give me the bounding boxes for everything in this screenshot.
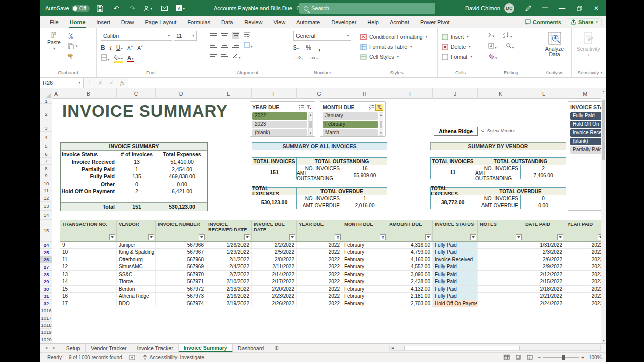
slicer-item--blank-[interactable]: (blank)	[252, 129, 307, 136]
insert-cells-button[interactable]: Insert▾	[442, 32, 479, 42]
filter-dropdown-button[interactable]	[109, 234, 115, 240]
page-layout-view-icon[interactable]	[515, 354, 522, 360]
filter-dropdown-button[interactable]	[557, 234, 564, 240]
align-bottom-icon[interactable]	[232, 32, 239, 39]
slicer-item-january[interactable]: January	[323, 112, 378, 120]
table-row[interactable]: 9Juniper5679661/26/20222/2/20222022Febru…	[60, 242, 601, 249]
filter-applied-button[interactable]	[380, 234, 386, 240]
analyze-data-button[interactable]: Analyze Data	[542, 31, 567, 58]
row-header-8[interactable]: 8	[40, 165, 52, 172]
currency-icon[interactable]: $▾	[293, 44, 299, 51]
column-header-A[interactable]: A	[52, 88, 60, 99]
save-icon[interactable]	[95, 3, 106, 13]
row-header-24[interactable]: 24	[40, 242, 52, 249]
row-header-29[interactable]: 29	[40, 278, 52, 285]
number-format-combo[interactable]: General▾	[293, 31, 351, 41]
zoom-in-icon[interactable]: +	[581, 355, 584, 360]
undo-icon[interactable]: ↶	[111, 3, 122, 13]
search-input[interactable]: Search	[299, 3, 435, 14]
horizontal-scrollbar[interactable]: ◄ ►	[389, 345, 601, 351]
percent-icon[interactable]: %	[306, 44, 311, 51]
column-header-H[interactable]: H	[342, 88, 387, 99]
macro-record-icon[interactable]	[129, 355, 135, 360]
sensitivity-dropdown-icon[interactable]: ▾	[143, 3, 154, 13]
row-header-3[interactable]: 3	[40, 124, 52, 132]
menu-tab-automate[interactable]: Automate	[291, 16, 326, 28]
slicer-item--blank-[interactable]: (blank)	[570, 138, 601, 145]
find-select-icon[interactable]: ▾	[506, 43, 514, 50]
row-header-1020[interactable]: 1020	[40, 336, 52, 343]
column-header-K[interactable]: K	[478, 88, 523, 99]
format-cells-button[interactable]: Format▾	[442, 52, 479, 62]
row-header-10[interactable]: 10	[40, 179, 52, 187]
table-row[interactable]: 12SitrusAMC5679692/4/20222/11/20222022Fe…	[60, 263, 601, 270]
autosum-icon[interactable]: Σ▾	[488, 32, 494, 39]
slicer-item-hold-off-on-p[interactable]: Hold Off On P	[570, 121, 601, 128]
row-header-13[interactable]: 13	[40, 202, 52, 211]
vertical-scrollbar[interactable]: ▲ ▼	[601, 88, 606, 343]
table-row[interactable]: 17BDO5679742/19/20222/26/20222022Februar…	[60, 300, 601, 307]
vendor-select-cell[interactable]: Athena Ridge	[434, 127, 478, 136]
bold-button[interactable]: B	[101, 44, 105, 51]
menu-tab-insert[interactable]: Insert	[91, 16, 116, 28]
menu-tab-home[interactable]: Home	[64, 16, 91, 28]
page-break-view-icon[interactable]	[526, 354, 533, 360]
vertical-scroll-thumb[interactable]	[602, 100, 605, 160]
conditional-formatting-button[interactable]: Conditional Formatting▾	[360, 32, 433, 42]
normal-view-icon[interactable]	[503, 354, 510, 360]
scroll-up-icon[interactable]: ▲	[601, 88, 606, 94]
slicer-scrollbar[interactable]: ▲▼	[308, 112, 313, 136]
decrease-font-icon[interactable]: A˅	[137, 45, 143, 51]
table-row[interactable]: 13SS&C5679702/7/20222/14/20222022Februar…	[60, 271, 601, 278]
comma-icon[interactable]: ,	[318, 44, 320, 52]
row-header-12[interactable]: 12	[40, 194, 52, 202]
row-header-9[interactable]: 9	[40, 172, 52, 179]
underline-button[interactable]: U▾	[116, 44, 123, 51]
menu-tab-formulas[interactable]: Formulas	[182, 16, 216, 28]
row-header-31[interactable]: 31	[40, 293, 52, 300]
zoom-slider[interactable]: − +	[538, 355, 584, 360]
tab-nav-left-icon[interactable]: ◄	[44, 346, 48, 350]
align-middle-icon[interactable]	[221, 32, 228, 39]
column-header-E[interactable]: E	[206, 88, 252, 99]
increase-decimal-icon[interactable]: ←.00	[293, 55, 302, 61]
formula-input[interactable]	[128, 78, 606, 88]
row-header-14[interactable]: 14	[40, 211, 52, 220]
row-header-2[interactable]: 2	[40, 104, 52, 124]
align-left-icon[interactable]	[210, 43, 217, 49]
menu-tab-draw[interactable]: Draw	[116, 16, 140, 28]
increase-indent-icon[interactable]	[221, 53, 228, 60]
tab-nav-right-icon[interactable]: ►	[52, 346, 56, 350]
orientation-icon[interactable]: ▾	[232, 53, 241, 60]
row-header-5[interactable]: 5	[40, 142, 52, 150]
column-header-B[interactable]: B	[60, 88, 117, 99]
accessibility-status[interactable]: Accessibility: Investigate	[142, 355, 204, 360]
comments-button[interactable]: Comments	[525, 19, 561, 25]
filter-dropdown-button[interactable]	[516, 234, 522, 240]
ink-icon[interactable]	[520, 1, 535, 15]
share-button[interactable]: Share▾	[567, 18, 602, 26]
collapse-ribbon-icon[interactable]: ˄	[600, 71, 603, 76]
wrap-text-icon[interactable]	[244, 32, 250, 39]
row-header-30[interactable]: 30	[40, 286, 52, 293]
mail-icon[interactable]	[159, 3, 170, 13]
filter-dropdown-button[interactable]	[470, 234, 476, 240]
table-row[interactable]: 16Athena Ridge5679732/16/20222/23/202220…	[60, 293, 601, 300]
month-due-slicer[interactable]: MONTH DUEJanuaryFebruaryMarch▲▼	[320, 101, 386, 137]
align-top-icon[interactable]	[210, 32, 217, 39]
year-due-slicer[interactable]: YEAR DUE20222023(blank)▲▼	[250, 101, 315, 137]
close-button[interactable]: ✕	[589, 1, 604, 15]
fill-color-icon[interactable]: ▾	[114, 54, 123, 63]
fill-icon[interactable]: ▾	[488, 43, 497, 50]
format-as-table-button[interactable]: Format as Table▾	[360, 42, 433, 52]
cell-styles-button[interactable]: Cell Styles▾	[360, 52, 433, 62]
column-header-M[interactable]: M	[565, 88, 605, 99]
paste-button[interactable]: Paste▾	[44, 31, 64, 52]
horizontal-scroll-thumb[interactable]	[404, 346, 520, 350]
sort-filter-icon[interactable]: AZ▾	[503, 32, 512, 39]
clear-filter-icon[interactable]	[375, 104, 383, 111]
row-header-26[interactable]: 26	[40, 256, 52, 263]
row-header-4[interactable]: 4	[40, 132, 52, 142]
table-row[interactable]: 10King & Spalding5679671/29/20222/5/2022…	[60, 249, 601, 256]
copy-icon[interactable]: ▾	[68, 43, 78, 50]
